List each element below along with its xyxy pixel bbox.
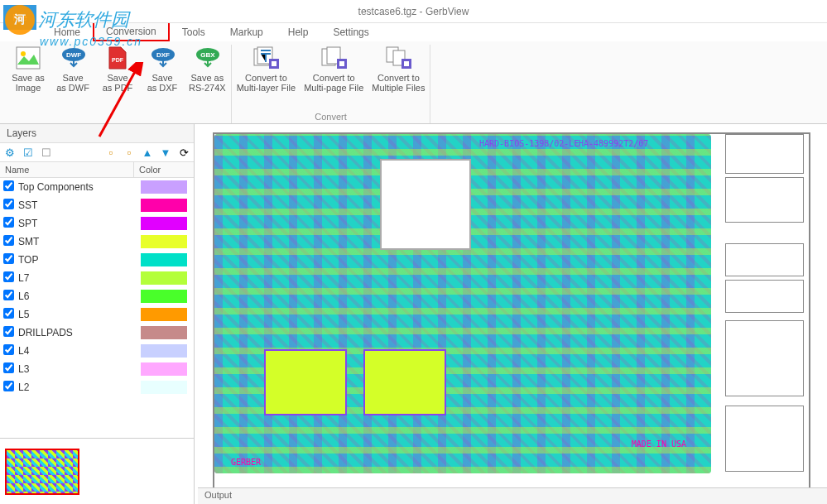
svg-text:DXF: DXF [156,51,170,59]
convert-multiplefiles-button[interactable]: Convert toMultiple Files [372,45,425,110]
layer-color-swatch[interactable] [141,180,187,194]
layer-color-swatch[interactable] [141,235,187,248]
layer-row[interactable]: L2 [0,378,194,396]
ribbon: Save asImage DWF Saveas DWF PDF Saveas P… [0,41,827,124]
pcb-chip-bga [380,159,471,250]
dwf-icon: DWF [60,45,86,71]
layers-toolbar: ⚙ ☑ ☐ ▫ ▫ ▲ ▼ ⟳ [0,143,194,162]
layer-visibility-checkbox[interactable] [3,362,14,373]
layer-visibility-checkbox[interactable] [3,326,14,337]
multilayer-icon [252,45,279,71]
move-up-icon[interactable]: ▲ [141,146,154,159]
thumbnail-panel [0,438,194,504]
svg-point-2 [21,51,26,56]
uncheck-icon[interactable]: ☐ [40,146,53,159]
layer-visibility-checkbox[interactable] [3,290,14,300]
layer-row[interactable]: L6 [0,287,194,305]
layer-row[interactable]: TOP [0,251,194,269]
svg-text:DWF: DWF [66,51,81,59]
tab-settings[interactable]: Settings [320,23,381,41]
filter-icon[interactable]: ⚙ [3,146,17,159]
svg-text:GBX: GBX [201,51,216,59]
tab-home[interactable]: Home [41,23,93,41]
layer-color-swatch[interactable] [141,381,187,394]
ribbon-group-save: Save asImage DWF Saveas DWF PDF Saveas P… [5,45,232,123]
check-icon[interactable]: ☑ [22,146,35,159]
svg-text:PDF: PDF [112,57,124,63]
page-thumbnail[interactable] [5,449,79,495]
svg-rect-17 [339,61,344,66]
layer-name: L7 [17,272,141,284]
save-as-rs274x-button[interactable]: GBX Save asRS-274X [189,45,226,120]
tab-help[interactable]: Help [276,23,321,41]
design-canvas[interactable]: HARD-BIOS-1398/02-LE HA-489992T2/07 GERB… [195,124,827,504]
file-menu-button[interactable]: File [3,5,36,30]
multiplefiles-icon [385,45,411,71]
layer-color-swatch[interactable] [141,290,187,303]
layers-header-name[interactable]: Name [0,162,134,177]
layer-color-swatch[interactable] [141,199,187,212]
layer-visibility-checkbox[interactable] [3,217,14,228]
layer-row[interactable]: L7 [0,269,194,287]
layer-color-swatch[interactable] [141,362,187,376]
layer-visibility-checkbox[interactable] [3,381,14,391]
layer-visibility-checkbox[interactable] [3,180,14,191]
layer-visibility-checkbox[interactable] [3,235,14,246]
pcb-board: HARD-BIOS-1398/02-LE HA-489992T2/07 GERB… [214,134,711,473]
layer-visibility-checkbox[interactable] [3,253,14,264]
pcb-chip-2 [264,349,347,415]
layer-row[interactable]: Top Components [0,178,194,196]
layer-row[interactable]: SMT [0,233,194,251]
layer-name: SMT [17,236,141,247]
move-down-icon[interactable]: ▼ [159,146,172,159]
convert-multipage-button[interactable]: Convert toMulti-page File [304,45,363,110]
layer-name: L2 [17,382,141,393]
save-as-image-button[interactable]: Save asImage [10,45,46,120]
pcb-label-tl: HARD-BIOS-1398/02-LE [479,139,579,148]
layer-name: SST [17,199,141,211]
svg-rect-13 [272,61,276,66]
pcb-chip-3 [363,349,446,415]
save-as-dwf-button[interactable]: DWF Saveas DWF [55,45,91,120]
save-as-pdf-button[interactable]: PDF Saveas PDF [99,45,136,120]
layers-header-color[interactable]: Color [134,162,194,177]
pdf-icon: PDF [104,45,131,71]
layer-visibility-checkbox[interactable] [3,271,14,282]
layer-visibility-checkbox[interactable] [3,344,14,355]
save-as-dxf-button[interactable]: DXF Saveas DXF [144,45,180,120]
layers-panel-title: Layers [0,124,194,143]
layer-color-swatch[interactable] [141,344,187,358]
layer-visibility-checkbox[interactable] [3,308,14,319]
refresh-icon[interactable]: ⟳ [177,146,190,159]
layer-color-swatch[interactable] [141,217,187,230]
output-panel-title[interactable]: Output [198,487,827,504]
multipage-icon [320,45,347,71]
window-titlebar: testcase6.tgz - GerbView [0,0,827,23]
tab-conversion[interactable]: Conversion [93,22,170,41]
tab-markup[interactable]: Markup [218,23,276,41]
svg-rect-21 [404,61,409,66]
layer-name: L3 [17,363,141,375]
layer-row[interactable]: DRILLPADS [0,324,194,342]
layer-add-icon[interactable]: ▫ [104,146,118,159]
layer-row[interactable]: L5 [0,305,194,324]
tab-tools[interactable]: Tools [170,23,218,41]
layer-row[interactable]: SPT [0,214,194,233]
side-outline-group [725,134,804,486]
layer-remove-icon[interactable]: ▫ [123,146,136,159]
dxf-icon: DXF [149,45,175,71]
ribbon-tabs: Home Conversion Tools Markup Help Settin… [0,23,827,41]
layer-name: DRILLPADS [17,327,141,338]
layers-list[interactable]: Top ComponentsSSTSPTSMTTOPL7L6L5DRILLPAD… [0,178,194,438]
window-title: testcase6.tgz - GerbView [358,6,469,17]
layer-row[interactable]: L3 [0,360,194,378]
layer-color-swatch[interactable] [141,326,187,339]
layer-row[interactable]: L4 [0,342,194,360]
ribbon-group-convert-label: Convert [315,110,347,123]
convert-multilayer-button[interactable]: Convert toMulti-layer File [237,45,296,110]
layer-color-swatch[interactable] [141,271,187,285]
layer-color-swatch[interactable] [141,253,187,266]
layer-row[interactable]: SST [0,196,194,214]
layer-visibility-checkbox[interactable] [3,199,14,209]
layer-color-swatch[interactable] [141,308,187,321]
